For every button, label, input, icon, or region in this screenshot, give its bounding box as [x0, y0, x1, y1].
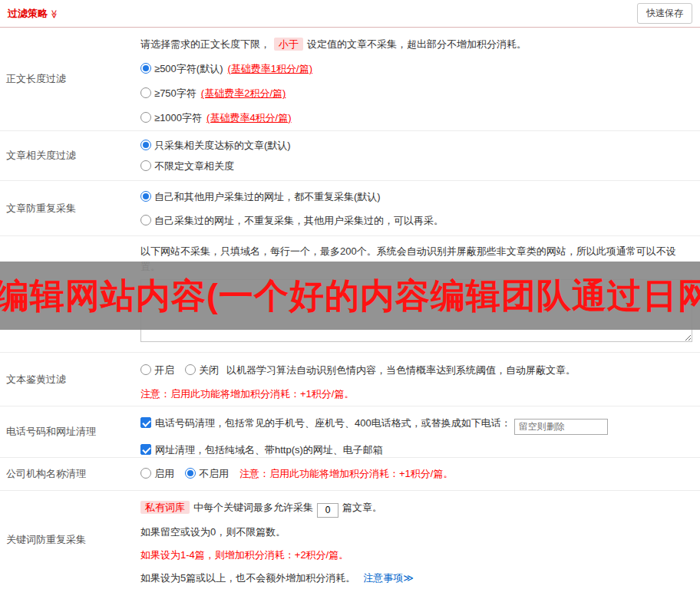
relevance-filter-content: 只采集相关度达标的文章(默认) 不限定文章相关度: [134, 131, 700, 180]
radio-500-icon[interactable]: [140, 63, 151, 74]
relevance-filter-label: 文章相关度过滤: [0, 131, 134, 180]
relevance-option-2-text: 不限定文章相关度: [154, 160, 234, 172]
porn-filter-content: 开启关闭以机器学习算法自动识别色情内容，当色情概率达到系统阈值，自动屏蔽文章。 …: [134, 353, 700, 406]
radio-1000-icon[interactable]: [140, 112, 151, 123]
company-note: 注意：启用此功能将增加积分消耗：+1积分/篇。: [239, 468, 453, 479]
keyword-limit-after: 篇文章。: [342, 502, 382, 513]
dedup-option-2[interactable]: 自己采集过的网址，不重复采集，其他用户采集过的，可以再采。: [140, 212, 692, 229]
phone-clean-text: 电话号码清理，包括常见的手机号、座机号、400电话格式，或替换成如下电话：: [155, 417, 511, 429]
keyword-limit-content: 私有词库中每个关键词最多允许采集篇文章。 如果留空或设为0，则不限篇数。 如果设…: [134, 491, 700, 589]
row-relevance-filter: 文章相关度过滤 只采集相关度达标的文章(默认) 不限定文章相关度: [0, 131, 700, 181]
length-filter-label: 正文长度过滤: [0, 28, 134, 130]
porn-filter-label: 文本鉴黄过滤: [0, 353, 134, 406]
company-clean-content: 启用不启用注意：启用此功能将增加积分消耗：+1积分/篇。: [134, 458, 700, 490]
radio-company-off-icon[interactable]: [185, 468, 196, 479]
keyword-limit-line2: 如果留空或设为0，则不限篇数。: [140, 524, 692, 541]
checkbox-url-clean-icon[interactable]: [140, 444, 151, 455]
relevance-option-2[interactable]: 不限定文章相关度: [140, 158, 692, 175]
length-option-750-fee[interactable]: (基础费率2积分/篇): [201, 87, 286, 99]
porn-desc: 以机器学习算法自动识别色情内容，当色情概率达到系统阈值，自动屏蔽文章。: [226, 364, 576, 376]
phone-replace-input[interactable]: [514, 419, 608, 435]
intro-before: 请选择需求的正文长度下限，: [140, 38, 270, 50]
company-on-text: 启用: [154, 468, 174, 479]
url-clean-option[interactable]: 网址清理，包括纯域名、带http(s)的网址、电子邮箱: [140, 442, 692, 459]
row-length-filter: 正文长度过滤 请选择需求的正文长度下限，小于设定值的文章不采集，超出部分不增加积…: [0, 28, 700, 131]
radio-dedup-self-icon[interactable]: [140, 215, 151, 225]
company-clean-label: 公司机构名称清理: [0, 458, 134, 490]
page-title[interactable]: 过滤策略≫: [8, 7, 59, 21]
radio-company-on-icon[interactable]: [140, 468, 151, 479]
keyword-limit-line1: 私有词库中每个关键词最多允许采集篇文章。: [140, 499, 692, 518]
dedup-label: 文章防重复采集: [0, 181, 134, 235]
porn-on-text: 开启: [154, 364, 174, 376]
top-bar: 过滤策略≫ 快速保存: [0, 0, 700, 28]
radio-porn-off-icon[interactable]: [185, 364, 196, 375]
porn-note: 注意：启用此功能将增加积分消耗：+1积分/篇。: [140, 386, 692, 403]
radio-porn-on-icon[interactable]: [140, 364, 151, 375]
intro-tag-less-than[interactable]: 小于: [274, 38, 303, 51]
phone-url-content: 电话号码清理，包括常见的手机号、座机号、400电话格式，或替换成如下电话： 网址…: [134, 406, 700, 457]
length-filter-content: 请选择需求的正文长度下限，小于设定值的文章不采集，超出部分不增加积分消耗。 ≥5…: [134, 28, 700, 130]
dedup-option-1[interactable]: 自己和其他用户采集过的网址，都不重复采集(默认): [140, 189, 692, 206]
intro-after: 设定值的文章不采集，超出部分不增加积分消耗。: [307, 38, 527, 50]
keyword-limit-mid: 中每个关键词最多允许采集: [193, 502, 313, 513]
radio-750-icon[interactable]: [140, 87, 151, 98]
porn-filter-options: 开启关闭以机器学习算法自动识别色情内容，当色情概率达到系统阈值，自动屏蔽文章。: [140, 362, 692, 379]
porn-off-text: 关闭: [199, 364, 219, 376]
row-dedup: 文章防重复采集 自己和其他用户采集过的网址，都不重复采集(默认) 自己采集过的网…: [0, 181, 700, 236]
private-lexicon-tag[interactable]: 私有词库: [140, 501, 190, 514]
phone-url-label: 电话号码和网址清理: [0, 406, 134, 457]
url-clean-text: 网址清理，包括纯域名、带http(s)的网址、电子邮箱: [155, 444, 383, 456]
length-option-750[interactable]: ≥750字符(基础费率2积分/篇): [140, 85, 692, 102]
dedup-option-1-text: 自己和其他用户采集过的网址，都不重复采集(默认): [154, 191, 381, 202]
length-option-500[interactable]: ≥500字符(默认)(基础费率1积分/篇): [140, 61, 692, 77]
relevance-option-1-text: 只采集相关度达标的文章(默认): [154, 140, 291, 151]
chevron-down-icon: ≫: [49, 9, 59, 18]
quick-save-button[interactable]: 快速保存: [637, 3, 692, 24]
radio-relevance-any-icon[interactable]: [140, 160, 151, 171]
length-option-500-fee[interactable]: (基础费率1积分/篇): [227, 63, 312, 74]
length-option-1000-fee[interactable]: (基础费率4积分/篇): [206, 112, 292, 123]
relevance-option-1[interactable]: 只采集相关度达标的文章(默认): [140, 137, 692, 154]
keyword-limit-line4: 如果设为5篇或以上，也不会额外增加积分消耗。注意事项≫: [140, 570, 692, 587]
length-option-1000-text: ≥1000字符: [154, 112, 202, 123]
row-porn-filter: 文本鉴黄过滤 开启关闭以机器学习算法自动识别色情内容，当色情概率达到系统阈值，自…: [0, 353, 700, 406]
length-option-500-text: ≥500字符(默认): [154, 63, 223, 74]
length-option-750-text: ≥750字符: [154, 87, 196, 99]
row-keyword-limit: 关键词防重复采集 私有词库中每个关键词最多允许采集篇文章。 如果留空或设为0，则…: [0, 491, 700, 589]
row-company-clean: 公司机构名称清理 启用不启用注意：启用此功能将增加积分消耗：+1积分/篇。: [0, 458, 700, 491]
company-clean-options: 启用不启用注意：启用此功能将增加积分消耗：+1积分/篇。: [140, 466, 692, 482]
keyword-limit-line3: 如果设为1-4篇，则增加积分消耗：+2积分/篇。: [140, 547, 692, 564]
keyword-limit-line4-text: 如果设为5篇或以上，也不会额外增加积分消耗。: [140, 572, 355, 584]
radio-dedup-all-icon[interactable]: [140, 191, 151, 202]
checkbox-phone-clean-icon[interactable]: [140, 417, 151, 428]
phone-clean-option[interactable]: 电话号码清理，包括常见的手机号、座机号、400电话格式，或替换成如下电话：: [140, 415, 692, 435]
keyword-limit-count-input[interactable]: [317, 503, 338, 518]
magnified-text-overlay: 编辑网站内容(一个好的内容编辑团队通过日网站: [0, 262, 700, 330]
length-option-1000[interactable]: ≥1000字符(基础费率4积分/篇): [140, 110, 692, 127]
company-off-text: 不启用: [199, 468, 229, 479]
row-phone-url-clean: 电话号码和网址清理 电话号码清理，包括常见的手机号、座机号、400电话格式，或替…: [0, 406, 700, 458]
radio-relevance-strict-icon[interactable]: [140, 140, 151, 150]
dedup-option-2-text: 自己采集过的网址，不重复采集，其他用户采集过的，可以再采。: [154, 215, 444, 226]
dedup-content: 自己和其他用户采集过的网址，都不重复采集(默认) 自己采集过的网址，不重复采集，…: [134, 181, 700, 235]
page-title-text: 过滤策略: [8, 8, 48, 19]
keyword-limit-label: 关键词防重复采集: [0, 491, 134, 589]
notes-link[interactable]: 注意事项≫: [363, 572, 414, 584]
length-filter-intro: 请选择需求的正文长度下限，小于设定值的文章不采集，超出部分不增加积分消耗。: [140, 36, 692, 53]
